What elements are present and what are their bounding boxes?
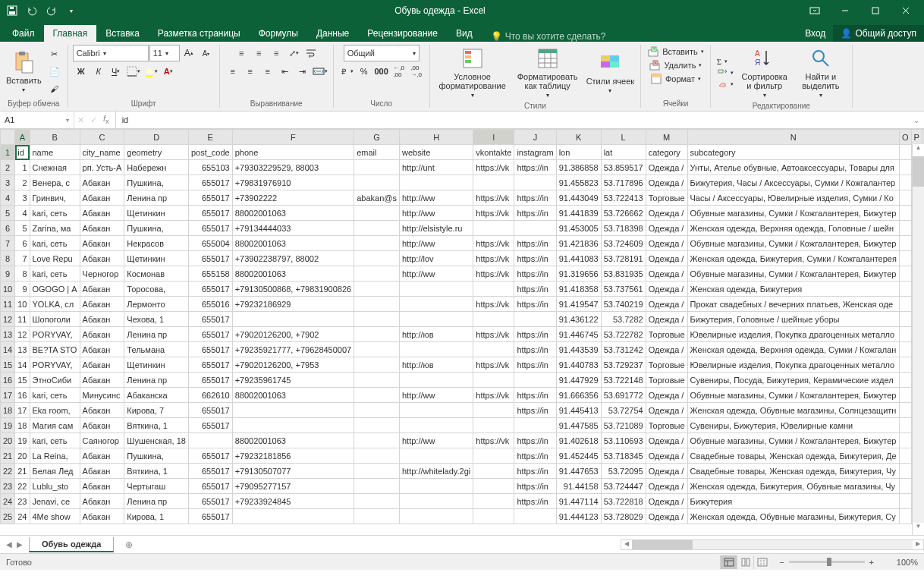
cell[interactable]: ЭтноСиби bbox=[30, 373, 80, 388]
cell[interactable]: 91.421836 bbox=[556, 236, 601, 251]
tab-review[interactable]: Рецензирование bbox=[358, 25, 447, 42]
cell[interactable]: post_code bbox=[188, 145, 232, 160]
cell[interactable]: 655017 bbox=[188, 357, 232, 373]
cell[interactable]: Шопоголи bbox=[30, 312, 80, 327]
column-header[interactable]: A bbox=[15, 130, 30, 145]
cell[interactable]: 655004 bbox=[188, 236, 232, 251]
cell[interactable]: Свадебные товары, Женская одежда, Бижуте… bbox=[687, 448, 899, 464]
decrease-decimal-icon[interactable]: ,00→,0 bbox=[408, 63, 425, 80]
tell-me-search[interactable]: 💡Что вы хотите сделать? bbox=[491, 31, 606, 42]
cell[interactable]: 53.740219 bbox=[601, 297, 646, 312]
cell[interactable] bbox=[399, 342, 473, 357]
cell[interactable]: +79134444033 bbox=[232, 221, 354, 236]
cell[interactable]: kari, сеть bbox=[30, 433, 80, 448]
cell[interactable]: email bbox=[354, 145, 400, 160]
cell[interactable]: Обувные магазины, Сумки / Кожгалантерея,… bbox=[687, 433, 899, 448]
cell[interactable]: 91.447929 bbox=[556, 373, 601, 388]
cell[interactable]: https://vk bbox=[473, 388, 514, 403]
save-icon[interactable] bbox=[3, 2, 21, 20]
cell[interactable]: +79130500868, +79831900826 bbox=[232, 281, 354, 297]
cell[interactable] bbox=[899, 464, 911, 479]
cell[interactable]: https://in bbox=[514, 403, 556, 418]
cell[interactable] bbox=[899, 175, 911, 190]
cell[interactable]: BE?TA STO bbox=[30, 342, 80, 357]
cell[interactable] bbox=[899, 479, 911, 494]
cell[interactable]: Одежда / bbox=[646, 448, 687, 464]
cell[interactable]: 655017 bbox=[188, 373, 232, 388]
cell[interactable]: +79095277157 bbox=[232, 479, 354, 494]
cell[interactable]: https://vk bbox=[473, 297, 514, 312]
row-header[interactable]: 24 bbox=[1, 494, 15, 509]
cell[interactable]: +79232186929 bbox=[232, 297, 354, 312]
close-icon[interactable] bbox=[891, 0, 921, 21]
horizontal-scrollbar[interactable]: ◀ ▶ bbox=[621, 539, 924, 550]
cell[interactable]: 18 bbox=[15, 418, 30, 433]
cell[interactable]: 655158 bbox=[188, 266, 232, 281]
cell[interactable]: http://unt bbox=[399, 160, 473, 175]
cell[interactable]: Шушенская, 18 bbox=[124, 433, 189, 448]
cell[interactable]: 655017 bbox=[188, 175, 232, 190]
cell[interactable] bbox=[514, 221, 556, 236]
column-header[interactable]: C bbox=[80, 130, 124, 145]
cell[interactable]: Абаканска bbox=[124, 388, 189, 403]
column-header[interactable]: L bbox=[601, 130, 646, 145]
cell[interactable]: 91.444123 bbox=[556, 509, 601, 524]
cell[interactable]: https://in bbox=[514, 494, 556, 509]
cell[interactable]: +79831976910 bbox=[232, 175, 354, 190]
cell[interactable]: OGOGO | А bbox=[30, 281, 80, 297]
column-header[interactable]: O bbox=[899, 130, 911, 145]
cell[interactable]: Абакан bbox=[80, 448, 124, 464]
cell[interactable]: Абакан bbox=[80, 357, 124, 373]
cell[interactable]: Обувные магазины, Сумки / Кожгалантерея,… bbox=[687, 266, 899, 281]
sheet-tab-active[interactable]: Обувь одежда bbox=[29, 537, 114, 552]
cell[interactable] bbox=[899, 312, 911, 327]
cell[interactable]: 91.319656 bbox=[556, 266, 601, 281]
cell[interactable]: 655017 bbox=[188, 190, 232, 206]
cell[interactable]: lon bbox=[556, 145, 601, 160]
cell[interactable]: 17 bbox=[15, 403, 30, 418]
row-header[interactable]: 1 bbox=[1, 145, 15, 160]
cell[interactable] bbox=[899, 251, 911, 266]
cell[interactable] bbox=[514, 175, 556, 190]
row-header[interactable]: 8 bbox=[1, 251, 15, 266]
cell[interactable] bbox=[899, 494, 911, 509]
cell[interactable]: 91.666356 bbox=[556, 388, 601, 403]
cell[interactable]: Пушкина, bbox=[124, 175, 189, 190]
cell[interactable]: Обувные магазины, Сумки / Кожгалантерея,… bbox=[687, 206, 899, 221]
cell[interactable]: Обувные магазины, Сумки / Кожгалантерея,… bbox=[687, 388, 899, 403]
cell[interactable]: 655017 bbox=[188, 251, 232, 266]
row-header[interactable]: 7 bbox=[1, 236, 15, 251]
cell[interactable]: 23 bbox=[15, 494, 30, 509]
cell[interactable] bbox=[899, 236, 911, 251]
cell[interactable]: Часы / Аксессуары, Ювелирные изделия, Су… bbox=[687, 190, 899, 206]
cell[interactable] bbox=[399, 312, 473, 327]
cell[interactable]: 21 bbox=[15, 464, 30, 479]
cell[interactable]: https://in bbox=[514, 190, 556, 206]
row-header[interactable]: 19 bbox=[1, 418, 15, 433]
cell[interactable] bbox=[399, 479, 473, 494]
cell[interactable] bbox=[899, 281, 911, 297]
cell[interactable]: Магия сам bbox=[30, 418, 80, 433]
cell[interactable]: 53.691772 bbox=[601, 388, 646, 403]
cell[interactable] bbox=[232, 312, 354, 327]
zoom-level[interactable]: 100% bbox=[885, 558, 918, 567]
cell[interactable]: instagram bbox=[514, 145, 556, 160]
cell[interactable]: https://in bbox=[514, 388, 556, 403]
row-header[interactable]: 5 bbox=[1, 206, 15, 221]
align-right-icon[interactable]: ≡ bbox=[259, 63, 276, 80]
cell[interactable]: Торговые bbox=[646, 373, 687, 388]
tab-home[interactable]: Главная bbox=[44, 25, 97, 42]
cell[interactable] bbox=[354, 281, 400, 297]
cell[interactable]: Чехова, 1 bbox=[124, 312, 189, 327]
page-layout-view-icon[interactable] bbox=[737, 555, 753, 569]
cell[interactable] bbox=[473, 464, 514, 479]
cell[interactable]: Абакан bbox=[80, 297, 124, 312]
cell[interactable] bbox=[473, 312, 514, 327]
cell[interactable]: Абакан bbox=[80, 342, 124, 357]
cell[interactable]: Щетинкин bbox=[124, 357, 189, 373]
cell[interactable]: +79303229529, 88003 bbox=[232, 160, 354, 175]
cell[interactable]: https://vk bbox=[473, 266, 514, 281]
cell[interactable]: http://ww bbox=[399, 206, 473, 221]
cell[interactable]: 91.440783 bbox=[556, 357, 601, 373]
cell[interactable]: Одежда / bbox=[646, 297, 687, 312]
